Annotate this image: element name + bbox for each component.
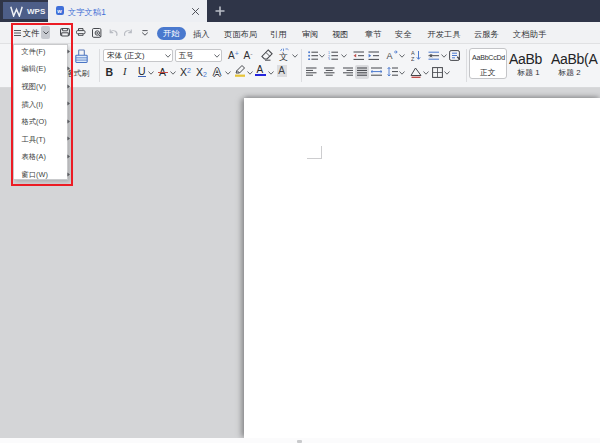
svg-text:3: 3 xyxy=(328,58,330,61)
svg-text:Z: Z xyxy=(411,56,415,61)
svg-text:A: A xyxy=(387,51,393,61)
